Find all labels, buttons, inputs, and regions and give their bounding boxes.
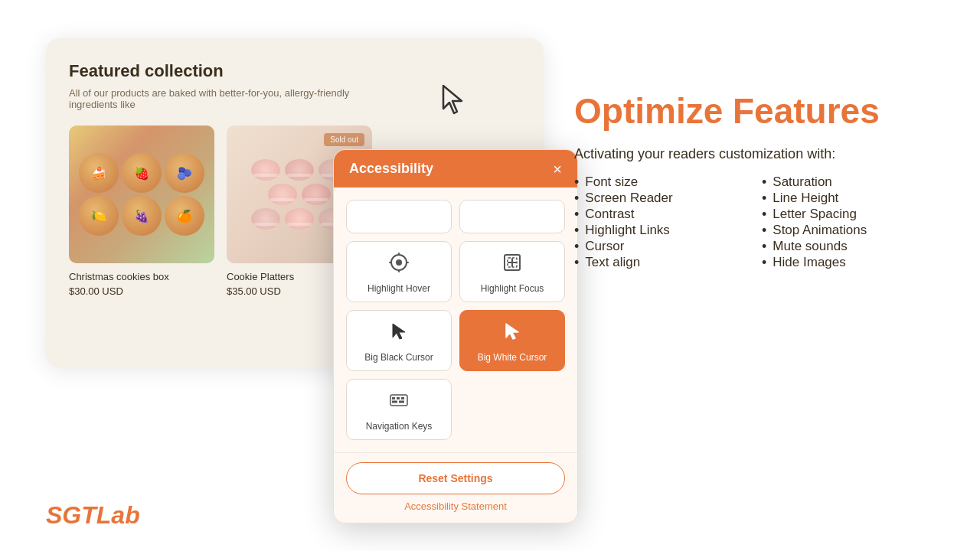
modal-close-button[interactable]: × bbox=[553, 161, 562, 177]
feature-item-stop-animations: Stop Animations bbox=[762, 223, 949, 239]
feature-item-contrast: Contrast bbox=[574, 207, 762, 223]
svg-rect-8 bbox=[392, 401, 397, 403]
top-partial-row bbox=[346, 200, 565, 233]
feature-list: Font size Screen Reader Contrast Highlig… bbox=[574, 174, 949, 271]
optimize-features-title: Optimize Features bbox=[574, 92, 949, 131]
feature-item-hide-images: Hide Images bbox=[762, 255, 949, 271]
big-black-cursor-label: Big Black Cursor bbox=[364, 352, 433, 363]
accessibility-modal: Accessibility × Highlight Hover bbox=[333, 149, 578, 523]
feature-item-font-size: Font size bbox=[574, 174, 762, 191]
svg-rect-5 bbox=[392, 397, 395, 399]
feature-item-cursor: Cursor bbox=[574, 239, 762, 255]
tart-4: 🍋 bbox=[79, 196, 119, 236]
big-black-cursor-button[interactable]: Big Black Cursor bbox=[346, 310, 452, 371]
feature-list-col1: Font size Screen Reader Contrast Highlig… bbox=[574, 174, 762, 271]
feature-item-saturation: Saturation bbox=[762, 174, 949, 191]
svg-point-1 bbox=[396, 259, 402, 266]
feature-item-line-height: Line Height bbox=[762, 191, 949, 207]
product-img-tarts: 🍰 🍓 🫐 🍋 🍇 🍊 bbox=[69, 126, 214, 263]
tart-3: 🫐 bbox=[165, 153, 204, 193]
modal-footer: Reset Settings Accessibility Statement bbox=[334, 452, 577, 523]
feature-item-mute-sounds: Mute sounds bbox=[762, 239, 949, 255]
product-name-1: Christmas cookies box bbox=[69, 271, 214, 282]
reset-settings-button[interactable]: Reset Settings bbox=[346, 462, 565, 494]
accessibility-statement-link[interactable]: Accessibility Statement bbox=[404, 500, 507, 512]
feature-list-col2: Saturation Line Height Letter Spacing St… bbox=[762, 174, 949, 271]
product-card-tarts: 🍰 🍓 🫐 🍋 🍇 🍊 Christmas cookies box $30.00… bbox=[69, 126, 214, 297]
brand-logo: SGTLab bbox=[46, 501, 140, 530]
big-white-cursor-button[interactable]: Big White Cursor bbox=[459, 310, 565, 371]
navigation-keys-label: Navigation Keys bbox=[366, 421, 433, 432]
modal-body: Highlight Hover Highlight Focus bbox=[334, 187, 577, 452]
navigation-keys-icon bbox=[389, 390, 409, 415]
svg-rect-6 bbox=[397, 397, 400, 399]
feature-item-screen-reader: Screen Reader bbox=[574, 191, 762, 207]
cursor-icon bbox=[440, 84, 465, 115]
partial-card-1 bbox=[346, 200, 452, 233]
feature-item-letter-spacing: Letter Spacing bbox=[762, 207, 949, 223]
tart-1: 🍰 bbox=[79, 153, 119, 193]
big-black-cursor-icon bbox=[389, 321, 409, 346]
tart-6: 🍊 bbox=[165, 196, 204, 236]
highlight-focus-button[interactable]: Highlight Focus bbox=[459, 241, 565, 302]
highlight-focus-icon bbox=[502, 253, 522, 277]
partial-card-2 bbox=[459, 200, 565, 233]
modal-header: Accessibility × bbox=[334, 150, 577, 187]
collection-title: Featured collection bbox=[69, 61, 521, 81]
highlight-hover-label: Highlight Hover bbox=[368, 283, 430, 294]
product-price-1: $30.00 USD bbox=[69, 285, 214, 297]
highlight-hover-icon bbox=[389, 253, 409, 277]
feature-grid: Highlight Hover Highlight Focus bbox=[346, 241, 565, 371]
sold-out-badge: Sold out bbox=[324, 133, 364, 146]
right-panel: Optimize Features Activating your reader… bbox=[574, 92, 949, 271]
highlight-focus-label: Highlight Focus bbox=[481, 283, 544, 294]
svg-rect-4 bbox=[390, 395, 407, 406]
big-white-cursor-icon bbox=[502, 321, 522, 346]
svg-rect-7 bbox=[401, 397, 404, 399]
tart-5: 🍇 bbox=[122, 196, 162, 236]
feature-item-highlight-links: Highlight Links bbox=[574, 223, 762, 239]
tart-2: 🍓 bbox=[122, 153, 162, 193]
highlight-hover-button[interactable]: Highlight Hover bbox=[346, 241, 452, 302]
svg-rect-9 bbox=[399, 401, 404, 403]
big-white-cursor-label: Big White Cursor bbox=[478, 352, 547, 363]
brand-label: SGTLab bbox=[46, 501, 140, 529]
activating-desc: Activating your readers customization wi… bbox=[574, 146, 949, 162]
modal-title: Accessibility bbox=[349, 161, 433, 177]
navigation-keys-button[interactable]: Navigation Keys bbox=[346, 379, 452, 440]
collection-desc: All of our products are baked with bette… bbox=[69, 87, 375, 110]
feature-item-text-align: Text align bbox=[574, 255, 762, 271]
